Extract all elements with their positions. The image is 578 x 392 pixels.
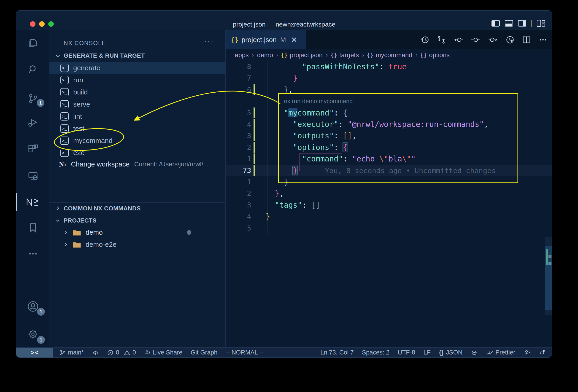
- code-line[interactable]: 1 }: [226, 176, 552, 188]
- code-lens-run-command[interactable]: nx run demo:mycommand: [284, 95, 353, 107]
- panel-title: NX CONSOLE: [64, 40, 106, 47]
- nx-console-icon[interactable]: [16, 190, 49, 213]
- window-title: project.json — newnxreactwrkspace: [16, 21, 552, 28]
- accounts-icon[interactable]: 1: [16, 295, 49, 318]
- sync-icon[interactable]: [92, 349, 99, 356]
- current-position-icon[interactable]: [471, 35, 481, 44]
- section-projects[interactable]: PROJECTS: [49, 215, 225, 226]
- breadcrumbs[interactable]: apps›demo›{ }project.json›{ }targets›{ }…: [226, 49, 552, 61]
- more-actions-icon[interactable]: [538, 35, 548, 44]
- project-item-demo-e2e[interactable]: demo-e2e: [49, 238, 225, 250]
- target-item-lint[interactable]: >_ lint: [49, 110, 225, 122]
- gutter-modified-bar: [253, 153, 255, 164]
- language-mode[interactable]: {} JSON: [439, 349, 462, 356]
- encoding-setting[interactable]: UTF-8: [398, 349, 415, 356]
- code-area[interactable]: 54}3 "tags": []2 },1 }73 }You, 8 seconds…: [226, 61, 552, 348]
- toggle-panel-icon[interactable]: [505, 20, 513, 27]
- toggle-sidebar-left-icon[interactable]: [491, 20, 500, 27]
- code-line[interactable]: 3 "outputs": [],: [226, 130, 552, 142]
- gutter-modified-bar: [253, 142, 255, 153]
- json-symbol-icon: { }: [282, 52, 287, 58]
- target-item-e2e[interactable]: >_ e2e: [49, 147, 225, 159]
- code-line[interactable]: 4}: [226, 211, 552, 222]
- prettier-item[interactable]: Prettier: [486, 349, 515, 356]
- json-braces-icon: {}: [439, 349, 444, 356]
- tab-project-json[interactable]: { } project.json M ✕: [226, 30, 306, 49]
- target-item-test[interactable]: >_ test: [49, 122, 225, 134]
- feedback-person-icon[interactable]: [524, 349, 530, 356]
- code-line[interactable]: 5 "mycommand": {: [226, 107, 552, 119]
- warnings-icon: [124, 349, 130, 356]
- code-lens-line[interactable]: nx run demo:mycommand: [226, 95, 552, 107]
- chevron-right-icon: [63, 242, 68, 247]
- timeline-history-icon[interactable]: [420, 35, 430, 44]
- json-file-icon: { }: [232, 36, 238, 44]
- indentation-setting[interactable]: Spaces: 2: [362, 349, 389, 356]
- section-generate-run-target[interactable]: GENERATE & RUN TARGET: [49, 50, 225, 61]
- code-line[interactable]: 3 "tags": []: [226, 199, 552, 211]
- target-item-build[interactable]: >_ build: [49, 86, 225, 98]
- modified-dot: [187, 230, 191, 235]
- accounts-badge: 1: [37, 308, 45, 316]
- extensions-icon[interactable]: [16, 138, 49, 161]
- line-number: 4: [226, 119, 251, 130]
- panel-more-actions-icon[interactable]: ···: [204, 37, 214, 46]
- notifications-bell-icon[interactable]: [539, 349, 545, 356]
- source-control-icon[interactable]: 1: [16, 87, 49, 110]
- change-workspace-item[interactable]: N› Change workspace Current: /Users/juri…: [49, 158, 225, 170]
- run-debug-icon[interactable]: [16, 111, 49, 134]
- status-bar: >< main* 0 0 Live Share Git Graph -- NOR…: [16, 348, 552, 357]
- errors-icon: [107, 349, 113, 356]
- target-item-generate[interactable]: >_ generate: [49, 62, 225, 74]
- customize-layout-icon[interactable]: [537, 20, 545, 27]
- cursor-position[interactable]: Ln 73, Col 7: [320, 349, 354, 356]
- target-item-mycommand[interactable]: >_ mycommand: [49, 134, 225, 147]
- target-item-run[interactable]: >_ run: [49, 74, 225, 86]
- explorer-icon[interactable]: [16, 32, 49, 55]
- breadcrumb-separator: ›: [276, 51, 279, 59]
- git-graph-item[interactable]: Git Graph: [191, 349, 217, 356]
- live-share-item[interactable]: Live Share: [144, 349, 182, 356]
- project-item-demo[interactable]: demo: [49, 226, 225, 238]
- code-line[interactable]: 6 },: [226, 84, 552, 96]
- line-number: 1: [226, 176, 251, 188]
- code-line[interactable]: 5: [226, 222, 552, 234]
- breadcrumb-item[interactable]: targets: [339, 51, 359, 59]
- code-line[interactable]: 2 },: [226, 187, 552, 199]
- code-line[interactable]: 1 "command": "echo \"bla\"": [226, 153, 552, 165]
- target-item-serve[interactable]: >_ serve: [49, 98, 225, 110]
- section-common-nx-commands[interactable]: COMMON NX COMMANDS: [49, 202, 225, 214]
- breadcrumb-item[interactable]: mycommand: [376, 51, 412, 59]
- toggle-sidebar-right-icon[interactable]: [518, 20, 526, 27]
- remote-explorer-icon[interactable]: [16, 165, 49, 187]
- breadcrumb-item[interactable]: apps: [235, 51, 249, 59]
- compare-changes-icon[interactable]: [436, 35, 446, 44]
- code-line[interactable]: 2 "options": {: [226, 142, 552, 153]
- timeline-icon[interactable]: [505, 35, 515, 44]
- copilot-icon[interactable]: [471, 349, 478, 356]
- search-icon[interactable]: [16, 58, 49, 81]
- line-number: 5: [226, 222, 251, 234]
- navigate-forward-icon[interactable]: [488, 35, 498, 44]
- code-line[interactable]: 73 }You, 8 seconds ago • Uncommitted cha…: [226, 165, 552, 176]
- git-branch-item[interactable]: main*: [59, 349, 84, 356]
- problems-item[interactable]: 0 0: [107, 349, 136, 356]
- code-line[interactable]: 8 "passWithNoTests": true: [226, 61, 552, 73]
- navigate-back-icon[interactable]: [453, 35, 464, 44]
- code-line[interactable]: 7 }: [226, 72, 552, 84]
- folder-icon: [73, 241, 81, 248]
- breadcrumb-item[interactable]: options: [429, 51, 450, 59]
- eol-setting[interactable]: LF: [423, 349, 431, 356]
- bookmarks-icon[interactable]: [16, 216, 49, 239]
- terminal-icon: >_: [60, 149, 69, 157]
- more-views-icon[interactable]: [16, 242, 49, 265]
- breadcrumb-item[interactable]: demo: [257, 51, 273, 59]
- folder-icon: [73, 229, 81, 236]
- close-tab-icon[interactable]: ✕: [291, 36, 297, 44]
- code-line[interactable]: 4 "executor": "@nrwl/workspace:run-comma…: [226, 119, 552, 130]
- settings-gear-icon[interactable]: 1: [16, 323, 49, 346]
- breadcrumb-item[interactable]: project.json: [290, 51, 323, 59]
- split-editor-icon[interactable]: [522, 35, 531, 44]
- remote-indicator[interactable]: ><: [16, 348, 53, 358]
- title-bar: project.json — newnxreactwrkspace: [16, 10, 552, 30]
